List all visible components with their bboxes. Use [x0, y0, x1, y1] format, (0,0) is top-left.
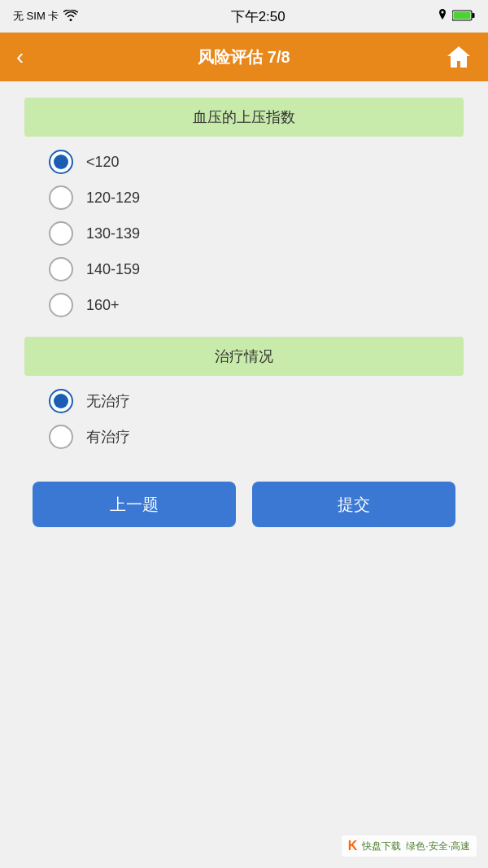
bp-option-4[interactable]: 160+ [49, 293, 439, 317]
watermark-text: 快盘下载 [362, 840, 401, 853]
treatment-option-0[interactable]: 无治疗 [49, 389, 439, 413]
home-button[interactable] [439, 45, 472, 69]
status-time: 下午2:50 [231, 7, 285, 26]
bp-label-4: 160+ [86, 297, 120, 314]
prev-button[interactable]: 上一题 [33, 482, 236, 527]
status-right [438, 9, 475, 24]
battery-icon [452, 10, 475, 24]
wifi-icon [63, 10, 78, 24]
bp-option-3[interactable]: 140-159 [49, 257, 439, 281]
svg-rect-2 [454, 11, 471, 19]
submit-button[interactable]: 提交 [252, 482, 455, 527]
blood-pressure-options: <120 120-129 130-139 140-159 160+ [24, 150, 464, 317]
section2-header: 治疗情况 [24, 337, 464, 376]
bp-label-0: <120 [86, 154, 120, 171]
location-icon [438, 9, 447, 24]
treatment-options: 无治疗 有治疗 [24, 389, 464, 449]
section1-header: 血压的上压指数 [24, 98, 464, 137]
status-bar: 无 SIM 卡 下午2:50 [0, 0, 488, 33]
radio-circle-0 [49, 150, 73, 174]
watermark-logo: K [348, 839, 358, 853]
status-left: 无 SIM 卡 [13, 9, 78, 24]
svg-rect-1 [473, 13, 475, 18]
bp-label-2: 130-139 [86, 225, 140, 242]
sim-label: 无 SIM 卡 [13, 9, 59, 24]
bp-option-2[interactable]: 130-139 [49, 221, 439, 246]
button-row: 上一题 提交 [24, 482, 464, 527]
watermark-tagline: 绿色·安全·高速 [406, 840, 470, 853]
nav-title: 风险评估 7/8 [198, 46, 290, 68]
radio-circle-2 [49, 221, 73, 246]
main-content: 血压的上压指数 <120 120-129 130-139 140-159 [0, 81, 488, 543]
bp-option-0[interactable]: <120 [49, 150, 439, 174]
treatment-label-0: 无治疗 [86, 391, 130, 411]
bp-label-3: 140-159 [86, 261, 140, 278]
treatment-option-1[interactable]: 有治疗 [49, 425, 439, 449]
watermark: K 快盘下载 绿色·安全·高速 [342, 835, 477, 857]
section-treatment: 治疗情况 无治疗 有治疗 [24, 337, 464, 449]
radio-circle-1 [49, 185, 73, 210]
treatment-radio-0 [49, 389, 73, 413]
nav-bar: ‹ 风险评估 7/8 [0, 33, 488, 81]
treatment-label-1: 有治疗 [86, 427, 130, 447]
bp-label-1: 120-129 [86, 190, 140, 207]
back-button[interactable]: ‹ [16, 44, 49, 70]
radio-circle-4 [49, 293, 73, 317]
treatment-radio-1 [49, 425, 73, 449]
radio-circle-3 [49, 257, 73, 281]
bp-option-1[interactable]: 120-129 [49, 185, 439, 210]
section-blood-pressure: 血压的上压指数 <120 120-129 130-139 140-159 [24, 98, 464, 317]
